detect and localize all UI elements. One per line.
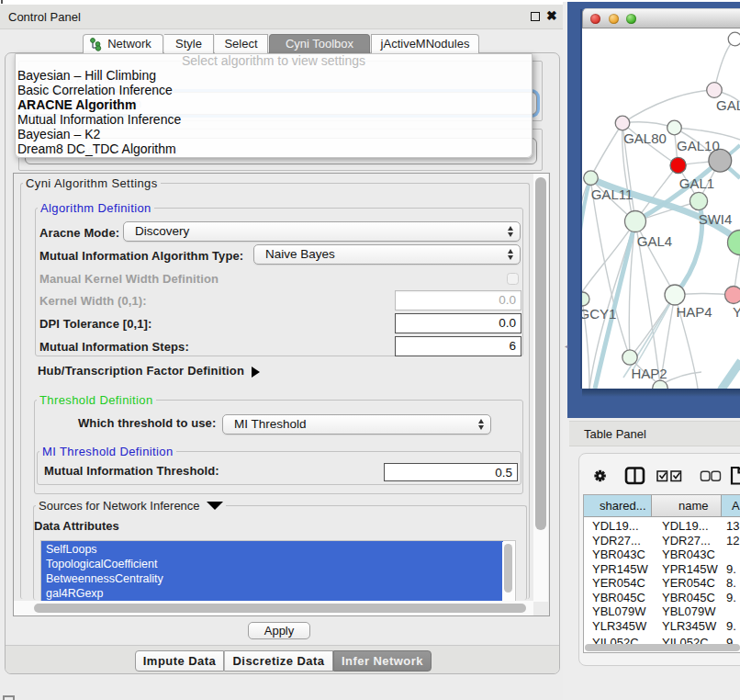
svg-text:GAL4: GAL4	[637, 233, 672, 249]
svg-text:GCY1: GCY1	[582, 306, 616, 322]
svg-text:GAL1: GAL1	[679, 175, 714, 191]
svg-text:GAL10: GAL10	[677, 138, 720, 153]
svg-text:GAL11: GAL11	[591, 186, 633, 202]
svg-text:HAP2: HAP2	[631, 366, 667, 381]
svg-text:HAP4: HAP4	[676, 304, 712, 320]
svg-text:GAL80: GAL80	[623, 130, 667, 146]
svg-text:GAL7: GAL7	[716, 97, 740, 113]
svg-text:YJ: YJ	[733, 304, 740, 320]
svg-text:SWI4: SWI4	[699, 211, 733, 227]
